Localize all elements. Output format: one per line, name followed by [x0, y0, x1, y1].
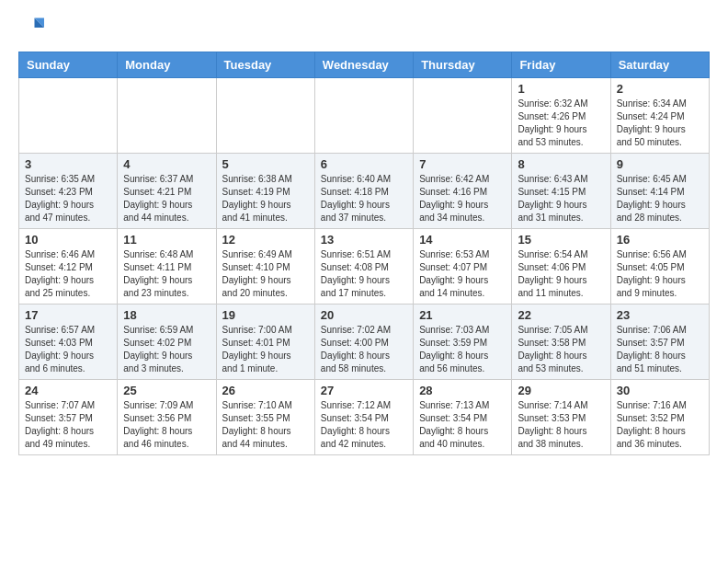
day-info: Sunrise: 7:14 AM Sunset: 3:53 PM Dayligh…	[518, 399, 604, 451]
day-info: Sunrise: 6:46 AM Sunset: 4:12 PM Dayligh…	[25, 248, 111, 300]
day-number: 26	[222, 384, 309, 397]
calendar-cell: 4Sunrise: 6:37 AM Sunset: 4:21 PM Daylig…	[118, 154, 216, 229]
calendar-cell: 16Sunrise: 6:56 AM Sunset: 4:05 PM Dayli…	[610, 229, 709, 304]
day-info: Sunrise: 6:34 AM Sunset: 4:24 PM Dayligh…	[617, 98, 703, 149]
day-info: Sunrise: 7:05 AM Sunset: 3:58 PM Dayligh…	[518, 324, 604, 375]
day-number: 15	[518, 233, 604, 247]
calendar-cell: 12Sunrise: 6:49 AM Sunset: 4:10 PM Dayli…	[216, 229, 314, 304]
calendar-cell: 20Sunrise: 7:02 AM Sunset: 4:00 PM Dayli…	[314, 304, 413, 380]
day-info: Sunrise: 6:57 AM Sunset: 4:03 PM Dayligh…	[25, 324, 111, 375]
day-info: Sunrise: 6:48 AM Sunset: 4:11 PM Dayligh…	[123, 248, 210, 300]
day-info: Sunrise: 6:53 AM Sunset: 4:07 PM Dayligh…	[419, 248, 506, 300]
day-info: Sunrise: 6:49 AM Sunset: 4:10 PM Dayligh…	[222, 248, 309, 300]
day-number: 4	[123, 157, 210, 171]
day-number: 24	[25, 384, 111, 397]
day-number: 11	[123, 233, 210, 247]
day-number: 13	[321, 233, 407, 247]
col-header-wednesday: Wednesday	[314, 52, 413, 78]
calendar-cell: 11Sunrise: 6:48 AM Sunset: 4:11 PM Dayli…	[118, 229, 216, 304]
day-number: 20	[321, 308, 407, 322]
col-header-tuesday: Tuesday	[216, 52, 314, 78]
day-info: Sunrise: 7:02 AM Sunset: 4:00 PM Dayligh…	[321, 324, 407, 375]
day-number: 1	[518, 82, 604, 96]
calendar-cell: 22Sunrise: 7:05 AM Sunset: 3:58 PM Dayli…	[512, 304, 610, 380]
calendar-cell	[19, 78, 118, 154]
calendar-week-2: 3Sunrise: 6:35 AM Sunset: 4:23 PM Daylig…	[19, 154, 710, 229]
day-info: Sunrise: 7:16 AM Sunset: 3:52 PM Dayligh…	[617, 399, 703, 451]
calendar-cell: 26Sunrise: 7:10 AM Sunset: 3:55 PM Dayli…	[216, 380, 314, 455]
page-header	[18, 15, 710, 40]
calendar-cell: 8Sunrise: 6:43 AM Sunset: 4:15 PM Daylig…	[512, 154, 610, 229]
day-number: 19	[222, 308, 309, 322]
day-number: 8	[518, 157, 604, 171]
day-number: 30	[617, 384, 703, 397]
calendar-week-4: 17Sunrise: 6:57 AM Sunset: 4:03 PM Dayli…	[19, 304, 710, 380]
day-number: 18	[123, 308, 210, 322]
day-number: 7	[419, 157, 506, 171]
calendar-cell: 1Sunrise: 6:32 AM Sunset: 4:26 PM Daylig…	[512, 78, 610, 154]
logo	[18, 15, 48, 40]
day-info: Sunrise: 7:00 AM Sunset: 4:01 PM Dayligh…	[222, 324, 309, 375]
calendar-cell: 18Sunrise: 6:59 AM Sunset: 4:02 PM Dayli…	[118, 304, 216, 380]
calendar-header-row: SundayMondayTuesdayWednesdayThursdayFrid…	[19, 52, 710, 78]
day-number: 12	[222, 233, 309, 247]
day-number: 29	[518, 384, 604, 397]
calendar-cell: 25Sunrise: 7:09 AM Sunset: 3:56 PM Dayli…	[118, 380, 216, 455]
calendar-cell: 10Sunrise: 6:46 AM Sunset: 4:12 PM Dayli…	[19, 229, 118, 304]
day-info: Sunrise: 7:03 AM Sunset: 3:59 PM Dayligh…	[419, 324, 506, 375]
day-number: 28	[419, 384, 506, 397]
col-header-saturday: Saturday	[610, 52, 709, 78]
col-header-monday: Monday	[118, 52, 216, 78]
day-info: Sunrise: 7:12 AM Sunset: 3:54 PM Dayligh…	[321, 399, 407, 451]
day-info: Sunrise: 6:37 AM Sunset: 4:21 PM Dayligh…	[123, 173, 210, 224]
day-info: Sunrise: 6:40 AM Sunset: 4:18 PM Dayligh…	[321, 173, 407, 224]
calendar-cell: 9Sunrise: 6:45 AM Sunset: 4:14 PM Daylig…	[610, 154, 709, 229]
day-info: Sunrise: 6:38 AM Sunset: 4:19 PM Dayligh…	[222, 173, 309, 224]
calendar-cell: 23Sunrise: 7:06 AM Sunset: 3:57 PM Dayli…	[610, 304, 709, 380]
col-header-thursday: Thursday	[414, 52, 512, 78]
day-info: Sunrise: 6:51 AM Sunset: 4:08 PM Dayligh…	[321, 248, 407, 300]
day-info: Sunrise: 6:35 AM Sunset: 4:23 PM Dayligh…	[25, 173, 111, 224]
day-info: Sunrise: 7:09 AM Sunset: 3:56 PM Dayligh…	[123, 399, 210, 451]
day-info: Sunrise: 7:06 AM Sunset: 3:57 PM Dayligh…	[617, 324, 703, 375]
day-number: 25	[123, 384, 210, 397]
day-info: Sunrise: 6:56 AM Sunset: 4:05 PM Dayligh…	[617, 248, 703, 300]
col-header-sunday: Sunday	[19, 52, 118, 78]
calendar-cell	[314, 78, 413, 154]
day-info: Sunrise: 7:07 AM Sunset: 3:57 PM Dayligh…	[25, 399, 111, 451]
day-number: 6	[321, 157, 407, 171]
day-info: Sunrise: 6:45 AM Sunset: 4:14 PM Dayligh…	[617, 173, 703, 224]
calendar-cell: 28Sunrise: 7:13 AM Sunset: 3:54 PM Dayli…	[414, 380, 512, 455]
calendar-cell: 15Sunrise: 6:54 AM Sunset: 4:06 PM Dayli…	[512, 229, 610, 304]
calendar-week-1: 1Sunrise: 6:32 AM Sunset: 4:26 PM Daylig…	[19, 78, 710, 154]
calendar-cell: 14Sunrise: 6:53 AM Sunset: 4:07 PM Dayli…	[414, 229, 512, 304]
day-info: Sunrise: 7:13 AM Sunset: 3:54 PM Dayligh…	[419, 399, 506, 451]
day-number: 16	[617, 233, 703, 247]
calendar-week-5: 24Sunrise: 7:07 AM Sunset: 3:57 PM Dayli…	[19, 380, 710, 455]
calendar-cell	[118, 78, 216, 154]
col-header-friday: Friday	[512, 52, 610, 78]
day-number: 10	[25, 233, 111, 247]
day-number: 5	[222, 157, 309, 171]
day-info: Sunrise: 6:32 AM Sunset: 4:26 PM Dayligh…	[518, 98, 604, 149]
day-info: Sunrise: 6:59 AM Sunset: 4:02 PM Dayligh…	[123, 324, 210, 375]
calendar-cell	[216, 78, 314, 154]
calendar-cell: 24Sunrise: 7:07 AM Sunset: 3:57 PM Dayli…	[19, 380, 118, 455]
day-info: Sunrise: 7:10 AM Sunset: 3:55 PM Dayligh…	[222, 399, 309, 451]
calendar-cell: 19Sunrise: 7:00 AM Sunset: 4:01 PM Dayli…	[216, 304, 314, 380]
calendar-cell: 6Sunrise: 6:40 AM Sunset: 4:18 PM Daylig…	[314, 154, 413, 229]
day-number: 2	[617, 82, 703, 96]
day-number: 23	[617, 308, 703, 322]
day-number: 3	[25, 157, 111, 171]
calendar-cell: 29Sunrise: 7:14 AM Sunset: 3:53 PM Dayli…	[512, 380, 610, 455]
calendar-cell: 3Sunrise: 6:35 AM Sunset: 4:23 PM Daylig…	[19, 154, 118, 229]
day-info: Sunrise: 6:43 AM Sunset: 4:15 PM Dayligh…	[518, 173, 604, 224]
day-number: 22	[518, 308, 604, 322]
page-container: SundayMondayTuesdayWednesdayThursdayFrid…	[0, 0, 728, 470]
calendar-cell: 7Sunrise: 6:42 AM Sunset: 4:16 PM Daylig…	[414, 154, 512, 229]
day-number: 17	[25, 308, 111, 322]
logo-icon	[18, 15, 44, 40]
calendar-week-3: 10Sunrise: 6:46 AM Sunset: 4:12 PM Dayli…	[19, 229, 710, 304]
day-number: 21	[419, 308, 506, 322]
day-number: 14	[419, 233, 506, 247]
